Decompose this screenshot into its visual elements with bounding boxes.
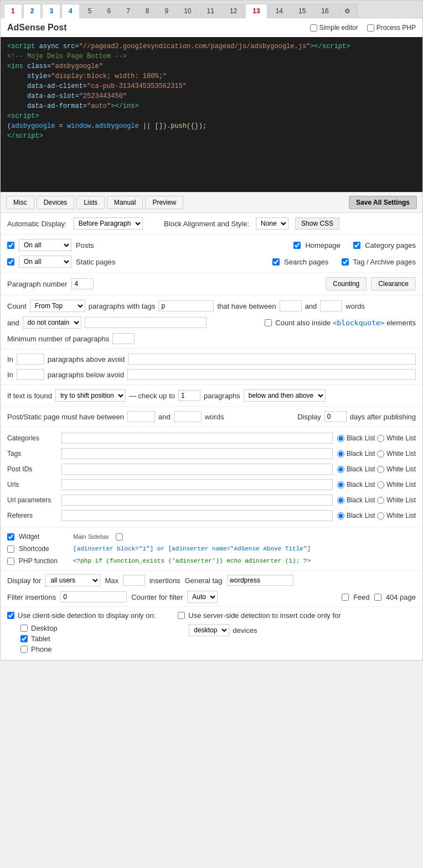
tab-gear[interactable]: ⚙ xyxy=(337,4,358,18)
automatic-display-select[interactable]: Before Paragraph After Paragraph Before … xyxy=(74,217,143,230)
simple-editor-label[interactable]: Simple editor xyxy=(310,24,358,32)
urlparams-input[interactable] xyxy=(61,495,333,506)
code-editor[interactable]: <script async src="//pagead2.googlesyndi… xyxy=(1,37,422,192)
filter-insertions-input[interactable] xyxy=(60,591,127,602)
blockquote-checkbox[interactable] xyxy=(265,319,272,326)
referers-blacklist-radio[interactable] xyxy=(337,512,344,519)
words-min-input[interactable] xyxy=(127,411,155,422)
tab-4[interactable]: 4 xyxy=(61,4,80,18)
tab-10[interactable]: 10 xyxy=(177,4,198,18)
shortcode-checkbox[interactable] xyxy=(7,545,14,553)
posts-checkbox[interactable] xyxy=(7,242,14,249)
process-php-label[interactable]: Process PHP xyxy=(367,24,416,32)
between-label: that have between xyxy=(217,302,276,310)
widget-checkbox[interactable] xyxy=(7,533,14,540)
contain-select[interactable]: do not contain contain xyxy=(23,316,81,329)
between-min-input[interactable] xyxy=(280,300,302,311)
display-for-select[interactable]: all users logged in not logged in xyxy=(45,574,100,586)
devices-button[interactable]: Devices xyxy=(37,196,75,209)
categories-blacklist-radio[interactable] xyxy=(337,435,344,442)
categories-input[interactable] xyxy=(61,433,333,444)
paragraph-number-input[interactable] xyxy=(71,278,94,289)
urlparams-whitelist-radio[interactable] xyxy=(377,497,384,504)
max-input[interactable] xyxy=(123,575,145,586)
between-max-input[interactable] xyxy=(320,300,342,311)
tab-14[interactable]: 14 xyxy=(269,4,290,18)
phone-checkbox[interactable] xyxy=(20,646,28,653)
tag-archive-checkbox[interactable] xyxy=(342,258,349,266)
category-checkbox[interactable] xyxy=(353,242,360,249)
below-avoid-input[interactable] xyxy=(17,369,44,380)
client-side-checkbox[interactable] xyxy=(7,612,14,619)
urls-blacklist-radio[interactable] xyxy=(337,481,344,488)
days-input[interactable] xyxy=(324,411,347,422)
lists-button[interactable]: Lists xyxy=(76,196,105,209)
save-button[interactable]: Save All Settings xyxy=(349,196,417,209)
static-select[interactable]: On all On selected xyxy=(19,256,71,268)
tab-11[interactable]: 11 xyxy=(200,4,221,18)
contain-input[interactable] xyxy=(85,317,207,328)
php-checkbox[interactable] xyxy=(7,558,14,565)
count-direction-select[interactable]: From Top From Bottom xyxy=(30,300,85,312)
tag-archive-label: Tag / Archive pages xyxy=(353,258,416,266)
tab-12[interactable]: 12 xyxy=(223,4,244,18)
categories-whitelist-radio[interactable] xyxy=(377,435,384,442)
tab-16[interactable]: 16 xyxy=(314,4,336,18)
widget-extra-checkbox[interactable] xyxy=(116,533,123,540)
manual-button[interactable]: Manual xyxy=(107,196,143,209)
urlparams-blacklist-radio[interactable] xyxy=(337,497,344,504)
tab-1[interactable]: 1 xyxy=(4,4,22,18)
urls-input[interactable] xyxy=(61,479,333,490)
postids-whitelist-radio[interactable] xyxy=(377,466,384,473)
show-css-button[interactable]: Show CSS xyxy=(295,217,339,230)
automatic-display-section: Automatic Display: Before Paragraph Afte… xyxy=(1,213,422,235)
postids-input[interactable] xyxy=(61,464,333,475)
tablet-checkbox[interactable] xyxy=(20,635,28,642)
counter-select[interactable]: Auto xyxy=(187,591,218,603)
block-alignment-select[interactable]: None xyxy=(256,217,288,230)
page404-checkbox[interactable] xyxy=(374,594,381,601)
tab-7[interactable]: 7 xyxy=(119,4,137,18)
homepage-checkbox[interactable] xyxy=(293,242,301,249)
tags-input[interactable] xyxy=(158,300,214,311)
tags-blacklist-radio[interactable] xyxy=(337,450,344,458)
referers-whitelist-radio[interactable] xyxy=(377,512,384,519)
server-side-checkbox[interactable] xyxy=(178,612,185,619)
direction-select[interactable]: below and then above above and then belo… xyxy=(244,389,326,402)
feed-checkbox[interactable] xyxy=(342,594,349,601)
search-checkbox[interactable] xyxy=(272,258,280,266)
tab-8[interactable]: 8 xyxy=(138,4,157,18)
desktop-checkbox[interactable] xyxy=(20,625,28,632)
tab-2[interactable]: 2 xyxy=(23,4,42,18)
postids-blacklist-radio[interactable] xyxy=(337,466,344,473)
referers-input[interactable] xyxy=(61,510,333,521)
tab-9[interactable]: 9 xyxy=(158,4,176,18)
words-max-input[interactable] xyxy=(174,411,202,422)
server-device-select[interactable]: desktop tablet phone xyxy=(189,624,229,636)
general-tag-input[interactable] xyxy=(227,575,293,586)
clearance-button[interactable]: Clearance xyxy=(371,277,416,290)
header-options: Simple editor Process PHP xyxy=(310,24,416,32)
misc-button[interactable]: Misc xyxy=(6,196,34,209)
static-checkbox[interactable] xyxy=(7,258,14,266)
counting-button[interactable]: Counting xyxy=(326,277,367,290)
process-php-checkbox[interactable] xyxy=(367,24,374,32)
tags-input[interactable] xyxy=(61,448,333,459)
below-avoid-text-input[interactable] xyxy=(127,369,416,380)
urlparams-row: Url parameters Black List White List xyxy=(1,492,422,508)
check-value-input[interactable] xyxy=(178,390,200,401)
shift-select[interactable]: try to shift position xyxy=(55,389,126,402)
above-avoid-text-input[interactable] xyxy=(128,354,416,365)
tab-5[interactable]: 5 xyxy=(81,4,99,18)
above-avoid-input[interactable] xyxy=(17,354,44,365)
posts-select[interactable]: On all On selected xyxy=(19,239,71,251)
preview-button[interactable]: Preview xyxy=(145,196,183,209)
tab-3[interactable]: 3 xyxy=(42,4,60,18)
tab-15[interactable]: 15 xyxy=(291,4,313,18)
simple-editor-checkbox[interactable] xyxy=(310,24,317,32)
tab-6[interactable]: 6 xyxy=(100,4,118,18)
tab-13[interactable]: 13 xyxy=(245,4,267,18)
min-para-input[interactable] xyxy=(112,333,135,344)
tags-whitelist-radio[interactable] xyxy=(377,450,384,458)
urls-whitelist-radio[interactable] xyxy=(377,481,384,488)
